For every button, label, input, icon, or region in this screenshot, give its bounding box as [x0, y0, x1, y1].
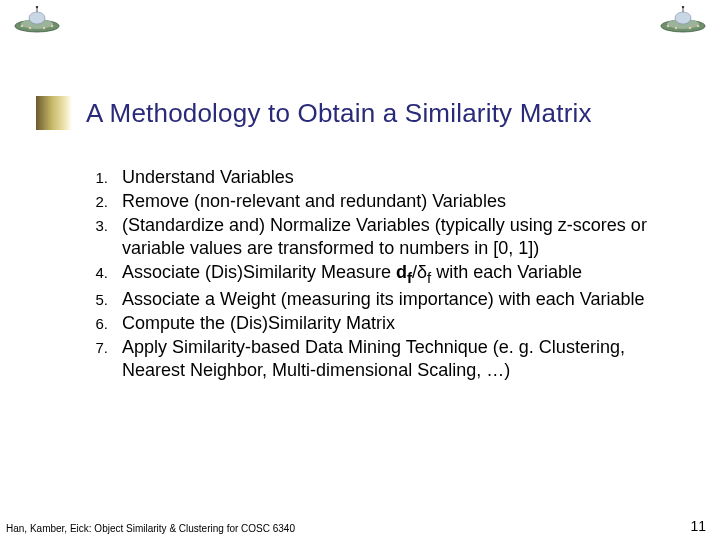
list-item-text-prefix: Associate (Dis)Similarity Measure: [122, 262, 396, 282]
list-item: Compute the (Dis)Similarity Matrix: [122, 312, 684, 335]
list-item-text: Apply Similarity-based Data Mining Techn…: [122, 337, 625, 380]
accent-block: [36, 96, 72, 130]
svg-point-4: [36, 6, 38, 8]
svg-point-2: [29, 12, 45, 24]
list-item: Associate (Dis)Similarity Measure df/δf …: [122, 261, 684, 287]
svg-point-8: [51, 25, 54, 28]
list-item: Associate a Weight (measuring its import…: [122, 288, 684, 311]
ufo-icon: [658, 6, 708, 36]
svg-point-14: [667, 25, 670, 28]
slide-title: A Methodology to Obtain a Similarity Mat…: [86, 98, 592, 129]
page-number: 11: [690, 518, 714, 534]
symbol-d: d: [396, 262, 407, 282]
svg-point-5: [21, 25, 24, 28]
svg-point-6: [29, 27, 32, 30]
ufo-icon: [12, 6, 62, 36]
svg-point-16: [689, 27, 692, 30]
svg-point-13: [682, 6, 684, 8]
list-item: Remove (non-relevant and redundant) Vari…: [122, 190, 684, 213]
svg-point-17: [697, 25, 700, 28]
svg-point-7: [43, 27, 46, 30]
svg-point-11: [675, 12, 691, 24]
list-item-text: Remove (non-relevant and redundant) Vari…: [122, 191, 506, 211]
symbol-delta: δ: [417, 262, 427, 282]
numbered-list: Understand Variables Remove (non-relevan…: [56, 166, 684, 383]
list-item-text: Understand Variables: [122, 167, 294, 187]
list-item-text: Associate a Weight (measuring its import…: [122, 289, 645, 309]
slide-title-row: A Methodology to Obtain a Similarity Mat…: [36, 96, 700, 130]
list-item: (Standardize and) Normalize Variables (t…: [122, 214, 684, 260]
list-item: Understand Variables: [122, 166, 684, 189]
list-item-text-suffix: with each Variable: [431, 262, 582, 282]
svg-point-15: [675, 27, 678, 30]
slide-footer: Han, Kamber, Eick: Object Similarity & C…: [6, 518, 714, 534]
list-item: Apply Similarity-based Data Mining Techn…: [122, 336, 684, 382]
footer-source: Han, Kamber, Eick: Object Similarity & C…: [6, 523, 295, 534]
list-item-text: (Standardize and) Normalize Variables (t…: [122, 215, 647, 258]
list-item-text: Compute the (Dis)Similarity Matrix: [122, 313, 395, 333]
